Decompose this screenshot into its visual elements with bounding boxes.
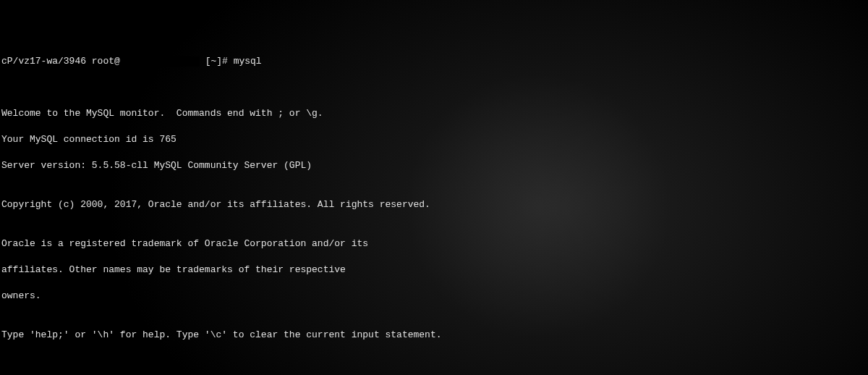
welcome-line: Type 'help;' or '\h' for help. Type '\c'… [1, 329, 867, 342]
welcome-line: Welcome to the MySQL monitor. Commands e… [1, 107, 867, 120]
welcome-line: Oracle is a registered trademark of Orac… [1, 237, 867, 250]
redacted-hostname [120, 56, 200, 67]
shell-prompt-line: cP/vz17-wa/3946 root@ [~]# mysql [1, 55, 867, 68]
welcome-line: Copyright (c) 2000, 2017, Oracle and/or … [1, 198, 867, 211]
welcome-line: Server version: 5.5.58-cll MySQL Communi… [1, 159, 867, 172]
shell-prompt-right: [~]# mysql [200, 56, 262, 67]
welcome-line: Your MySQL connection id is 765 [1, 133, 867, 146]
welcome-line: affiliates. Other names may be trademark… [1, 264, 867, 277]
shell-prompt-left: cP/vz17-wa/3946 root@ [1, 56, 120, 67]
welcome-line: owners. [1, 290, 867, 303]
